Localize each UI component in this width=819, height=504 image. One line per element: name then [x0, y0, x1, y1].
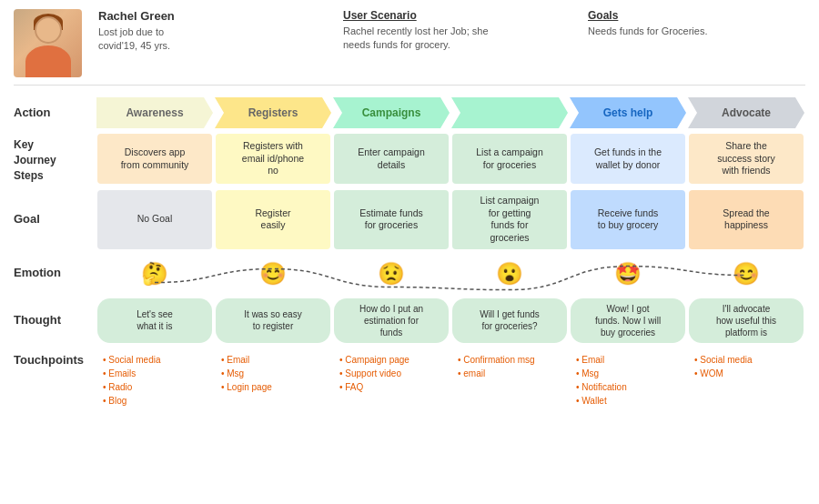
touchpoint-item: • Msg: [221, 367, 325, 380]
goal-cell-campaigns2: List campaign for getting funds for groc…: [452, 190, 567, 249]
touchpoint-item: • WOM: [694, 367, 798, 380]
person-name: Rachel Green: [98, 9, 316, 23]
emotion-cell-getshelp: 🤩: [571, 256, 685, 292]
touchpoints-cell-advocate: • Social media• WOM: [689, 349, 804, 411]
main-container: Rachel Green Lost job due to covid'19, 4…: [0, 0, 819, 422]
action-cell-registers: Registers: [215, 97, 331, 128]
person-info: Rachel Green Lost job due to covid'19, 4…: [98, 9, 316, 54]
goal-cell-registers: Register easily: [216, 190, 330, 249]
scenario-label: User Scenario: [343, 9, 561, 22]
journey-grid: ActionAwarenessRegistersCampaignsGets he…: [14, 96, 805, 413]
avatar: [14, 9, 82, 77]
action-cell-awareness: Awareness: [96, 97, 213, 128]
key-journey-cell-registers: Registers with email id/phone no: [216, 134, 330, 184]
goal-cell-getshelp: Receive funds to buy grocery: [571, 190, 685, 249]
touchpoint-item: • Email: [576, 353, 680, 367]
touchpoint-item: • Login page: [221, 380, 325, 394]
touchpoint-item: • Notification: [576, 380, 680, 394]
touchpoint-item: • Wallet: [576, 394, 680, 408]
key-journey-cell-getshelp: Get funds in the wallet by donor: [571, 134, 685, 184]
thought-cell-advocate: I'll advocate how useful this platform i…: [689, 298, 804, 343]
thought-cell-getshelp: Wow! I got funds. Now I will buy groceri…: [571, 298, 685, 343]
touchpoint-item: • Confirmation msg: [458, 353, 561, 367]
key-journey-cell-awareness: Discovers app from community: [97, 134, 212, 184]
touchpoint-item: • Campaign page: [339, 353, 443, 367]
thought-cell-campaigns: How do I put an estimation for funds: [334, 298, 449, 343]
goal-cell-awareness: No Goal: [97, 190, 212, 249]
touchpoints-cell-campaigns: • Campaign page• Support video• FAQ: [334, 349, 449, 411]
thought-cell-registers: It was so easy to register: [216, 298, 330, 343]
key-journey-cell-campaigns: Enter campaign details: [334, 134, 449, 184]
touchpoint-item: • FAQ: [339, 380, 443, 394]
header-section: Rachel Green Lost job due to covid'19, 4…: [14, 9, 805, 86]
emotion-row-label: Emotion: [14, 254, 96, 294]
emotion-cell-campaigns2: 😮: [452, 256, 567, 292]
goal-row-label: Goal: [14, 188, 96, 251]
action-cell-campaigns2: [451, 97, 568, 128]
header-info: Rachel Green Lost job due to covid'19, 4…: [98, 9, 805, 54]
touchpoints-cell-getshelp: • Email• Msg• Notification• Wallet: [571, 349, 685, 411]
touchpoint-item: • Social media: [103, 353, 207, 367]
thought-row-label: Thought: [14, 297, 96, 345]
key-journey-cell-campaigns2: List a campaign for groceries: [452, 134, 567, 184]
touchpoint-item: • Radio: [103, 380, 207, 394]
key-journey-row-label: Key Journey Steps: [14, 132, 96, 186]
touchpoints-row-label: Touchpoints: [14, 348, 96, 413]
touchpoint-item: • Msg: [576, 367, 680, 380]
touchpoint-item: • email: [458, 367, 561, 380]
touchpoint-item: • Blog: [103, 394, 207, 408]
action-cell-campaigns: Campaigns: [333, 97, 450, 128]
touchpoints-cell-campaigns2: • Confirmation msg• email: [452, 349, 567, 411]
key-journey-cell-advocate: Share the success story with friends: [689, 134, 804, 184]
goal-cell-campaigns: Estimate funds for groceries: [334, 190, 449, 249]
scenario-desc: Rachel recently lost her Job; she needs …: [343, 25, 561, 53]
goals-desc: Needs funds for Groceries.: [588, 25, 805, 38]
action-row-label: Action: [14, 96, 96, 129]
goals-label: Goals: [588, 9, 805, 22]
touchpoints-cell-awareness: • Social media• Emails• Radio• Blog: [97, 349, 212, 411]
goal-cell-advocate: Spread the happiness: [689, 190, 804, 249]
thought-cell-campaigns2: Will I get funds for groceries?: [452, 298, 567, 343]
touchpoint-item: • Email: [221, 353, 325, 367]
thought-cell-awareness: Let's see what it is: [97, 298, 212, 343]
action-cell-getshelp: Gets help: [570, 97, 686, 128]
emotion-cell-advocate: 😊: [689, 256, 804, 292]
emotion-cell-campaigns: 😟: [334, 256, 449, 292]
action-cell-advocate: Advocate: [688, 97, 804, 128]
emotion-cell-registers: 😊: [216, 256, 330, 292]
goals-info: Goals Needs funds for Groceries.: [588, 9, 805, 54]
emotion-cell-awareness: 🤔: [97, 256, 212, 292]
touchpoint-item: • Emails: [103, 367, 207, 380]
touchpoint-item: • Support video: [339, 367, 443, 380]
touchpoints-cell-registers: • Email• Msg• Login page: [216, 349, 330, 411]
person-desc: Lost job due to covid'19, 45 yrs.: [98, 25, 316, 54]
scenario-info: User Scenario Rachel recently lost her J…: [343, 9, 561, 54]
touchpoint-item: • Social media: [694, 353, 798, 367]
